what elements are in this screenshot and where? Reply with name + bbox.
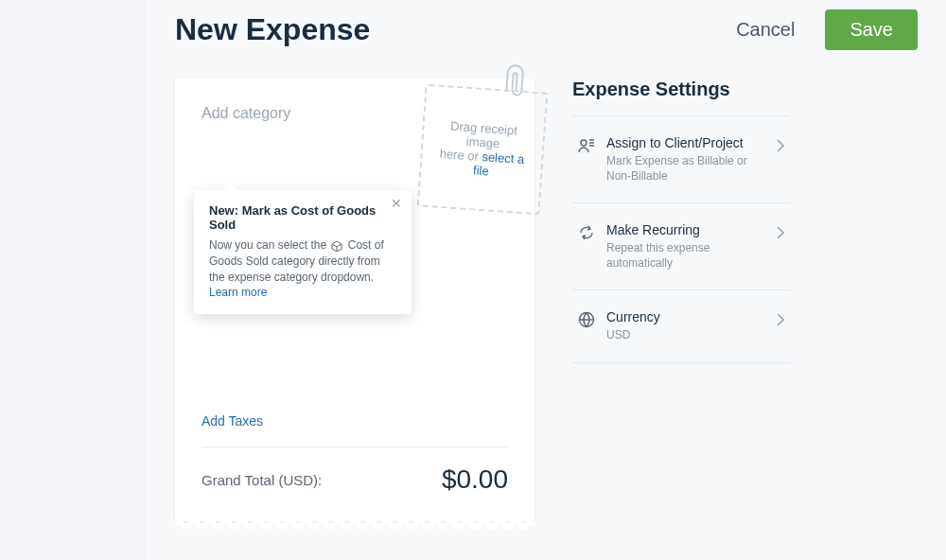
- tooltip-body: Now you can select the Cost of Goods Sol…: [209, 237, 396, 301]
- main-content: New Expense Cancel Save Drag receipt ima…: [147, 0, 946, 560]
- settings-item-recurring[interactable]: Make Recurring Repeat this expense autom…: [572, 203, 790, 290]
- settings-item-label: Currency: [606, 309, 765, 324]
- settings-item-desc: Repeat this expense automatically: [606, 241, 765, 271]
- settings-title: Expense Settings: [572, 79, 790, 100]
- page-header: New Expense Cancel Save: [175, 9, 918, 50]
- settings-list: Assign to Client/Project Mark Expense as…: [572, 115, 790, 363]
- page-title: New Expense: [175, 12, 370, 47]
- receipt-drop-text-2: here or: [439, 147, 479, 164]
- tooltip-text-before: Now you can select the: [209, 238, 329, 252]
- box-icon: [329, 238, 347, 252]
- paperclip-icon: [499, 62, 529, 105]
- tooltip-close-button[interactable]: ✕: [391, 196, 402, 211]
- select-file-link[interactable]: select a file: [473, 149, 525, 179]
- cancel-button[interactable]: Cancel: [717, 9, 814, 50]
- settings-item-currency[interactable]: Currency USD: [572, 290, 790, 363]
- settings-item-assign-client[interactable]: Assign to Client/Project Mark Expense as…: [572, 116, 790, 203]
- chevron-right-icon: [777, 135, 784, 156]
- header-actions: Cancel Save: [717, 9, 918, 50]
- save-button[interactable]: Save: [825, 9, 918, 50]
- settings-item-desc: USD: [606, 328, 765, 343]
- expense-form-column: Drag receipt image here or select a file…: [175, 79, 534, 551]
- client-icon: [578, 135, 595, 158]
- tooltip-title: New: Mark as Cost of Goods Sold: [209, 203, 396, 232]
- total-divider: [201, 446, 508, 447]
- globe-icon: [578, 309, 595, 332]
- cogs-tooltip: ✕ New: Mark as Cost of Goods Sold Now yo…: [194, 190, 412, 314]
- grand-total-row: Grand Total (USD):: [201, 464, 508, 495]
- receipt-drop-zone[interactable]: Drag receipt image here or select a file: [417, 84, 549, 216]
- add-taxes-link[interactable]: Add Taxes: [201, 413, 263, 429]
- grand-total-label: Grand Total (USD):: [201, 472, 322, 488]
- category-input[interactable]: [201, 105, 372, 122]
- settings-item-label: Make Recurring: [606, 222, 765, 237]
- chevron-right-icon: [777, 309, 784, 330]
- settings-item-desc: Mark Expense as Billable or Non-Billable: [606, 154, 765, 184]
- content-columns: Drag receipt image here or select a file…: [175, 79, 918, 551]
- chevron-right-icon: [777, 222, 784, 243]
- settings-column: Expense Settings Assign to Client/Projec…: [572, 79, 790, 551]
- settings-item-label: Assign to Client/Project: [606, 135, 765, 150]
- svg-point-0: [581, 140, 587, 146]
- refresh-icon: [578, 222, 595, 245]
- grand-total-input[interactable]: [394, 464, 508, 495]
- tooltip-learn-more-link[interactable]: Learn more: [209, 286, 267, 299]
- app-sidebar: [0, 0, 147, 560]
